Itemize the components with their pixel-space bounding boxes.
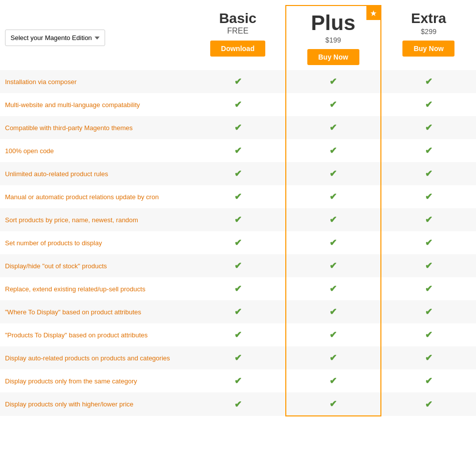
feature-row: "Where To Display" based on product attr… bbox=[0, 300, 476, 323]
feature-basic-check: ✔ bbox=[190, 70, 285, 93]
plus-plan-name: Plus bbox=[289, 11, 378, 35]
feature-label: Display products only from the same cate… bbox=[0, 369, 190, 392]
check-icon: ✔ bbox=[329, 238, 337, 248]
check-icon: ✔ bbox=[329, 261, 337, 271]
plus-star-badge: ★ bbox=[366, 6, 380, 20]
feature-plus-check: ✔ bbox=[286, 93, 381, 116]
feature-label: Display auto-related products on product… bbox=[0, 346, 190, 369]
pricing-wrapper: Select your Magento Edition Community Ed… bbox=[0, 0, 476, 421]
check-icon: ✔ bbox=[234, 123, 242, 133]
feature-plus-check: ✔ bbox=[286, 323, 381, 346]
basic-download-button[interactable]: Download bbox=[210, 41, 266, 57]
feature-plus-check: ✔ bbox=[286, 70, 381, 93]
feature-basic-check: ✔ bbox=[190, 277, 285, 300]
check-icon: ✔ bbox=[329, 353, 337, 363]
check-icon: ✔ bbox=[425, 169, 432, 179]
feature-basic-check: ✔ bbox=[190, 93, 285, 116]
feature-plus-check: ✔ bbox=[286, 392, 381, 416]
feature-basic-check: ✔ bbox=[190, 392, 285, 416]
check-icon: ✔ bbox=[234, 307, 242, 317]
feature-label: Multi-website and multi-language compata… bbox=[0, 93, 190, 116]
feature-extra-check: ✔ bbox=[381, 93, 476, 116]
feature-basic-check: ✔ bbox=[190, 139, 285, 162]
check-icon: ✔ bbox=[234, 100, 242, 110]
feature-extra-check: ✔ bbox=[381, 208, 476, 231]
check-icon: ✔ bbox=[329, 123, 337, 133]
check-icon: ✔ bbox=[234, 192, 242, 202]
feature-extra-check: ✔ bbox=[381, 392, 476, 416]
feature-plus-check: ✔ bbox=[286, 162, 381, 185]
feature-label: "Products To Display" based on product a… bbox=[0, 323, 190, 346]
edition-select[interactable]: Select your Magento Edition Community Ed… bbox=[5, 30, 105, 46]
feature-row: Sort products by price, name, newest, ra… bbox=[0, 208, 476, 231]
check-icon: ✔ bbox=[425, 215, 432, 225]
feature-extra-check: ✔ bbox=[381, 70, 476, 93]
check-icon: ✔ bbox=[329, 399, 337, 409]
check-icon: ✔ bbox=[425, 284, 432, 294]
feature-basic-check: ✔ bbox=[190, 254, 285, 277]
feature-extra-check: ✔ bbox=[381, 323, 476, 346]
feature-label: Display products only with higher/lower … bbox=[0, 392, 190, 416]
check-icon: ✔ bbox=[425, 77, 432, 87]
feature-row: Multi-website and multi-language compata… bbox=[0, 93, 476, 116]
check-icon: ✔ bbox=[329, 146, 337, 156]
feature-basic-check: ✔ bbox=[190, 231, 285, 254]
basic-plan-price: FREE bbox=[193, 27, 282, 36]
feature-basic-check: ✔ bbox=[190, 162, 285, 185]
check-icon: ✔ bbox=[234, 238, 242, 248]
feature-basic-check: ✔ bbox=[190, 369, 285, 392]
feature-label: Sort products by price, name, newest, ra… bbox=[0, 208, 190, 231]
feature-row: 100% open code✔✔✔ bbox=[0, 139, 476, 162]
plus-buy-button[interactable]: Buy Now bbox=[307, 49, 359, 65]
feature-row: Display products only with higher/lower … bbox=[0, 392, 476, 416]
check-icon: ✔ bbox=[425, 123, 432, 133]
extra-buy-button[interactable]: Buy Now bbox=[402, 41, 454, 57]
check-icon: ✔ bbox=[425, 192, 432, 202]
check-icon: ✔ bbox=[329, 330, 337, 340]
check-icon: ✔ bbox=[329, 215, 337, 225]
feature-row: Compatible with third-party Magento them… bbox=[0, 116, 476, 139]
feature-basic-check: ✔ bbox=[190, 208, 285, 231]
feature-row: "Products To Display" based on product a… bbox=[0, 323, 476, 346]
feature-basic-check: ✔ bbox=[190, 185, 285, 208]
extra-plan-name: Extra bbox=[384, 11, 473, 27]
check-icon: ✔ bbox=[425, 399, 432, 409]
check-icon: ✔ bbox=[234, 284, 242, 294]
feature-extra-check: ✔ bbox=[381, 254, 476, 277]
check-icon: ✔ bbox=[234, 261, 242, 271]
check-icon: ✔ bbox=[425, 330, 432, 340]
basic-plan-name: Basic bbox=[193, 11, 282, 27]
feature-label: Installation via composer bbox=[0, 70, 190, 93]
check-icon: ✔ bbox=[234, 376, 242, 386]
check-icon: ✔ bbox=[425, 307, 432, 317]
feature-label: "Where To Display" based on product attr… bbox=[0, 300, 190, 323]
extra-plan-header: Extra $299 Buy Now bbox=[381, 6, 476, 70]
feature-extra-check: ✔ bbox=[381, 116, 476, 139]
check-icon: ✔ bbox=[234, 169, 242, 179]
extra-plan-price: $299 bbox=[384, 28, 473, 36]
feature-extra-check: ✔ bbox=[381, 369, 476, 392]
check-icon: ✔ bbox=[425, 376, 432, 386]
edition-select-cell: Select your Magento Edition Community Ed… bbox=[0, 6, 190, 70]
feature-extra-check: ✔ bbox=[381, 231, 476, 254]
check-icon: ✔ bbox=[425, 353, 432, 363]
check-icon: ✔ bbox=[234, 77, 242, 87]
plus-plan-header: ★ Plus $199 Buy Now bbox=[286, 6, 381, 70]
feature-row: Display products only from the same cate… bbox=[0, 369, 476, 392]
feature-label: Unlimited auto-related product rules bbox=[0, 162, 190, 185]
check-icon: ✔ bbox=[329, 100, 337, 110]
feature-row: Display/hide "out of stock" products✔✔✔ bbox=[0, 254, 476, 277]
feature-plus-check: ✔ bbox=[286, 277, 381, 300]
feature-label: Set number of products to display bbox=[0, 231, 190, 254]
feature-basic-check: ✔ bbox=[190, 300, 285, 323]
feature-basic-check: ✔ bbox=[190, 346, 285, 369]
basic-plan-header: Basic FREE Download bbox=[190, 6, 285, 70]
feature-label: Replace, extend existing related/up-sell… bbox=[0, 277, 190, 300]
check-icon: ✔ bbox=[425, 146, 432, 156]
feature-extra-check: ✔ bbox=[381, 162, 476, 185]
feature-plus-check: ✔ bbox=[286, 116, 381, 139]
feature-plus-check: ✔ bbox=[286, 185, 381, 208]
pricing-table: Select your Magento Edition Community Ed… bbox=[0, 5, 476, 416]
check-icon: ✔ bbox=[329, 169, 337, 179]
feature-label: Compatible with third-party Magento them… bbox=[0, 116, 190, 139]
